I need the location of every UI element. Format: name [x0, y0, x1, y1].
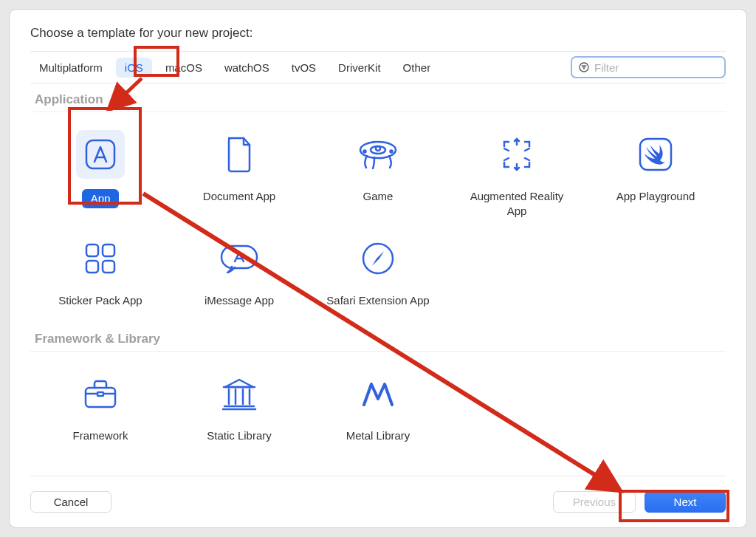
platform-tab-multiplatform[interactable]: Multiplatform: [30, 58, 111, 78]
template-label: Framework: [72, 428, 128, 443]
template-game[interactable]: Game: [312, 126, 444, 222]
metal-icon: [354, 369, 402, 418]
section-header: Framework & Library: [30, 323, 726, 352]
svg-line-14: [525, 148, 529, 151]
template-app-playground[interactable]: App Playground: [590, 126, 721, 222]
template-grid: Framework Static Library Metal Library: [30, 352, 726, 458]
platform-tab-ios[interactable]: iOS: [116, 58, 152, 78]
svg-rect-4: [86, 140, 114, 168]
svg-rect-18: [86, 244, 98, 256]
ar-icon: [492, 130, 541, 179]
template-document-app[interactable]: Document App: [173, 126, 305, 222]
library-icon: [215, 369, 264, 418]
safari-icon: [354, 234, 402, 283]
template-label: iMessage App: [205, 293, 274, 308]
svg-rect-20: [86, 261, 98, 273]
document-icon: [215, 130, 264, 179]
sheet-title: Choose a template for your new project:: [30, 26, 726, 41]
svg-point-9: [364, 151, 366, 153]
svg-point-10: [391, 151, 393, 153]
svg-rect-22: [221, 246, 257, 268]
svg-rect-24: [86, 388, 115, 407]
template-label: App: [82, 189, 120, 208]
game-icon: [354, 130, 402, 179]
template-label: Game: [363, 189, 394, 204]
template-label: Metal Library: [346, 428, 410, 443]
platform-bar: MultiplatformiOSmacOSwatchOStvOSDriverKi…: [30, 51, 726, 83]
template-label: Static Library: [207, 428, 272, 443]
template-chooser-sheet: Choose a template for your new project: …: [9, 9, 747, 528]
swift-icon: [631, 130, 680, 179]
previous-button: Previous: [553, 491, 636, 513]
app-icon: [76, 130, 125, 179]
platform-tab-other[interactable]: Other: [394, 58, 440, 78]
button-bar: Cancel Previous Next: [30, 476, 726, 513]
template-scroll-area[interactable]: Application App Document App Game: [30, 83, 726, 476]
svg-rect-25: [97, 392, 103, 396]
platform-tab-tvos[interactable]: tvOS: [283, 58, 325, 78]
next-button[interactable]: Next: [645, 491, 726, 513]
svg-line-15: [504, 158, 509, 160]
platform-tab-macos[interactable]: macOS: [157, 58, 211, 78]
filter-input[interactable]: [594, 61, 718, 74]
svg-line-13: [504, 148, 509, 151]
template-label: Sticker Pack App: [58, 293, 142, 308]
sticker-icon: [76, 234, 125, 283]
framework-icon: [76, 369, 125, 418]
filter-field[interactable]: [571, 56, 726, 78]
platform-tab-watchos[interactable]: watchOS: [216, 58, 278, 78]
filter-icon: [578, 61, 590, 74]
template-safari-extension-app[interactable]: Safari Extension App: [312, 230, 444, 312]
platform-tabs: MultiplatformiOSmacOSwatchOStvOSDriverKi…: [30, 58, 568, 78]
template-label: App Playground: [616, 189, 695, 204]
template-sticker-pack-app[interactable]: Sticker Pack App: [35, 230, 166, 312]
template-label: Document App: [203, 189, 275, 204]
template-imessage-app[interactable]: iMessage App: [173, 230, 305, 312]
cancel-button[interactable]: Cancel: [30, 491, 111, 513]
template-label: Augmented Reality App: [461, 189, 572, 218]
template-framework[interactable]: Framework: [35, 365, 166, 448]
svg-line-16: [525, 158, 529, 160]
template-grid: App Document App Game: [30, 112, 726, 323]
section-header: Application: [30, 83, 726, 112]
platform-tab-driverkit[interactable]: DriverKit: [329, 58, 390, 78]
imessage-icon: [215, 234, 264, 283]
template-app[interactable]: App: [35, 126, 166, 222]
svg-rect-21: [103, 261, 114, 273]
template-augmented-reality-app[interactable]: Augmented Reality App: [451, 126, 583, 222]
template-label: Safari Extension App: [326, 293, 429, 308]
template-metal-library[interactable]: Metal Library: [312, 365, 444, 448]
svg-rect-19: [103, 244, 114, 256]
template-static-library[interactable]: Static Library: [173, 365, 305, 448]
